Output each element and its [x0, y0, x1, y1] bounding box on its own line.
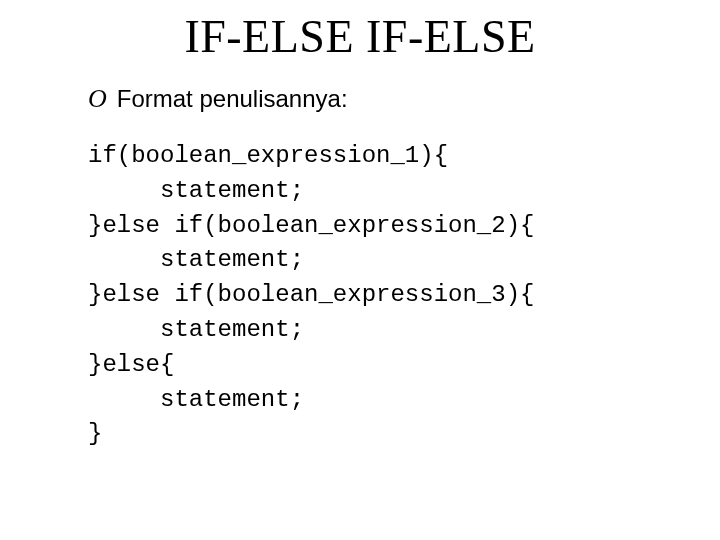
bullet-text: Format penulisannya:	[117, 85, 348, 113]
bullet-row: O Format penulisannya:	[88, 85, 650, 113]
code-block: if(boolean_expression_1){ statement; }el…	[88, 139, 650, 452]
slide: IF-ELSE IF-ELSE O Format penulisannya: i…	[0, 0, 720, 540]
bullet-marker-o: O	[88, 86, 107, 112]
slide-title: IF-ELSE IF-ELSE	[70, 10, 650, 63]
